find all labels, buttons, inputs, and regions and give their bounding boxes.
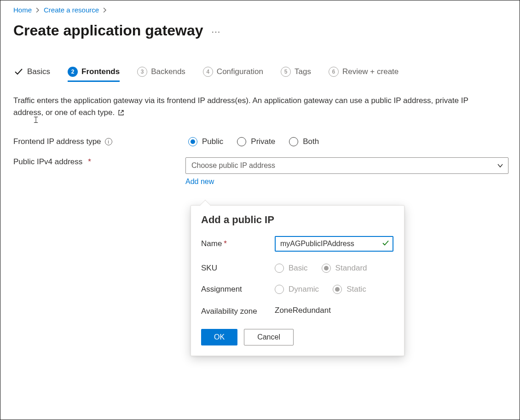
chevron-down-icon — [497, 162, 503, 169]
tab-backends[interactable]: 3 Backends — [137, 67, 185, 81]
radio-dot-icon — [188, 137, 197, 146]
tab-configuration[interactable]: 4 Configuration — [203, 67, 263, 81]
frontend-ip-type-radiogroup: Public Private Both — [188, 137, 319, 146]
tab-label: Frontends — [81, 67, 120, 76]
popover-az-label: Availability zone — [201, 306, 270, 317]
public-ip-name-input[interactable] — [275, 236, 393, 252]
radio-sku-basic: Basic — [275, 264, 308, 273]
tab-label: Basics — [27, 67, 50, 76]
popover-az-value: ZoneRedundant — [275, 306, 331, 315]
step-badge-icon: 3 — [137, 67, 147, 77]
add-new-link[interactable]: Add new — [185, 178, 214, 186]
radio-dot-icon — [333, 285, 342, 294]
popover-name-label: Name* — [201, 239, 270, 248]
tab-review-create[interactable]: 6 Review + create — [329, 67, 399, 81]
select-placeholder: Choose public IP address — [191, 161, 275, 170]
radio-label: Dynamic — [289, 285, 319, 294]
public-ip-select[interactable]: Choose public IP address — [185, 157, 508, 174]
more-actions-icon[interactable]: ··· — [212, 22, 221, 37]
step-badge-icon: 6 — [329, 67, 339, 77]
external-link-icon[interactable] — [118, 108, 124, 120]
step-badge-icon: 5 — [281, 67, 291, 77]
ok-button[interactable]: OK — [201, 329, 237, 345]
info-icon[interactable]: i — [105, 138, 112, 145]
step-badge-icon: 4 — [203, 67, 213, 77]
tab-tags[interactable]: 5 Tags — [281, 67, 311, 81]
radio-both[interactable]: Both — [289, 137, 319, 146]
breadcrumb: Home Create a resource — [13, 6, 508, 14]
radio-public[interactable]: Public — [188, 137, 223, 146]
wizard-tabs: Basics 2 Frontends 3 Backends 4 Configur… — [13, 67, 508, 82]
radio-assign-static: Static — [333, 285, 366, 294]
radio-dot-icon — [237, 137, 246, 146]
radio-label: Public — [202, 137, 223, 146]
radio-label: Both — [303, 137, 319, 146]
radio-label: Static — [347, 285, 366, 294]
tab-frontends[interactable]: 2 Frontends — [68, 67, 120, 81]
popover-sku-label: SKU — [201, 264, 270, 273]
radio-label: Standard — [335, 264, 367, 273]
public-ip-address-label: Public IPv4 address* — [13, 157, 185, 167]
radio-label: Basic — [289, 264, 308, 273]
radio-assign-dynamic: Dynamic — [275, 285, 319, 294]
frontend-ip-type-label: Frontend IP address type i — [13, 137, 188, 146]
radio-dot-icon — [275, 285, 284, 294]
checkmark-icon — [381, 239, 390, 249]
page-title: Create application gateway — [13, 22, 203, 39]
breadcrumb-create-resource[interactable]: Create a resource — [44, 6, 99, 14]
popover-title: Add a public IP — [201, 214, 394, 226]
description-text: Traffic enters the application gateway v… — [13, 95, 497, 120]
radio-sku-standard: Standard — [322, 264, 367, 273]
radio-dot-icon — [275, 264, 284, 273]
tab-basics[interactable]: Basics — [13, 67, 50, 81]
checkmark-icon — [13, 67, 23, 77]
chevron-right-icon — [35, 6, 40, 14]
breadcrumb-home[interactable]: Home — [13, 6, 32, 14]
add-public-ip-popover: Add a public IP Name* SKU Basic — [191, 205, 404, 356]
radio-label: Private — [251, 137, 275, 146]
radio-private[interactable]: Private — [237, 137, 275, 146]
tab-label: Configuration — [217, 67, 263, 76]
tab-label: Review + create — [342, 67, 399, 76]
popover-assignment-label: Assignment — [201, 285, 270, 294]
cancel-button[interactable]: Cancel — [244, 329, 294, 345]
radio-dot-icon — [322, 264, 331, 273]
tab-label: Tags — [295, 67, 311, 76]
step-badge-icon: 2 — [68, 67, 78, 77]
tab-label: Backends — [151, 67, 185, 76]
chevron-right-icon — [103, 6, 107, 14]
text-cursor-icon: 𝙸 — [33, 115, 39, 125]
radio-dot-icon — [289, 137, 298, 146]
